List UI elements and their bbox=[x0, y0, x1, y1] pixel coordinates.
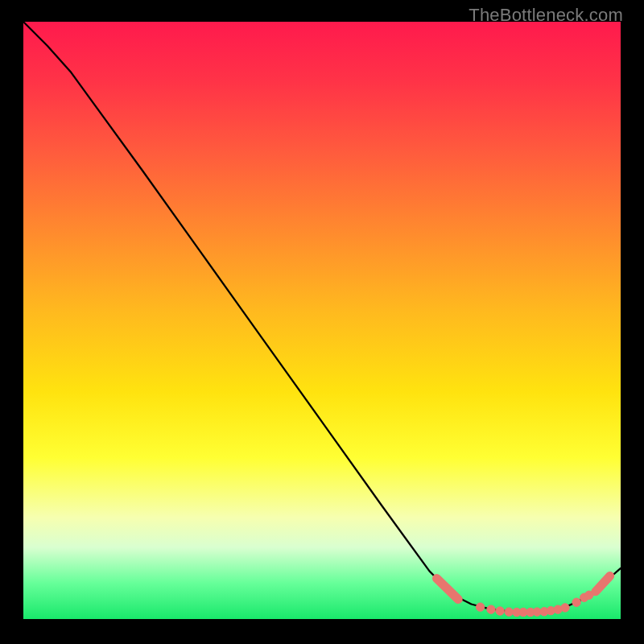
marker-dot bbox=[476, 603, 484, 611]
marker-dot bbox=[496, 607, 504, 615]
marker-dot bbox=[572, 598, 580, 606]
marker-dot bbox=[561, 604, 569, 612]
marker-dot bbox=[584, 591, 592, 599]
curve-line bbox=[23, 22, 621, 612]
marker-dot bbox=[487, 605, 495, 613]
marker-pill bbox=[436, 579, 458, 600]
marker-dot bbox=[505, 608, 513, 616]
chart-svg bbox=[23, 22, 621, 619]
curve-markers bbox=[436, 576, 609, 617]
marker-pill bbox=[596, 576, 610, 592]
